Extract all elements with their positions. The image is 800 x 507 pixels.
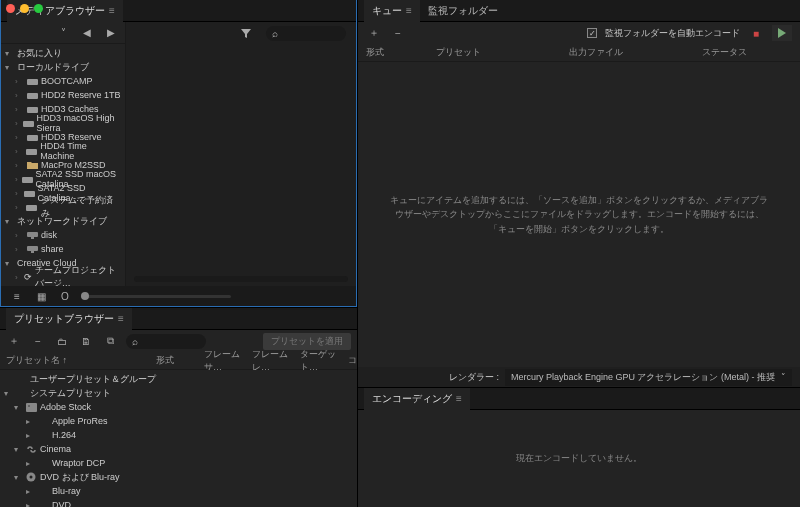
- start-queue-button[interactable]: [772, 25, 792, 41]
- drive-icon: [25, 91, 39, 100]
- queue-column-headers: 形式 プリセット 出力ファイル ステータス: [358, 44, 800, 62]
- preset-user-group[interactable]: ユーザープリセット＆グループ: [0, 372, 357, 386]
- nav-back-button[interactable]: ◀: [79, 25, 95, 41]
- tree-network-drives[interactable]: ▾ネットワークドライブ: [1, 214, 125, 228]
- renderer-value: Mercury Playback Engine GPU アクセラレーション (M…: [511, 371, 775, 384]
- svg-rect-4: [27, 135, 38, 141]
- media-search-input[interactable]: ⌕: [266, 26, 346, 41]
- queue-tabs: キュー ≡ 監視フォルダー: [358, 0, 800, 22]
- svg-rect-11: [27, 246, 38, 251]
- dropdown-icon[interactable]: ˅: [55, 25, 71, 41]
- delete-preset-button[interactable]: −: [30, 333, 46, 349]
- svg-rect-9: [27, 232, 38, 237]
- maximize-window-button[interactable]: [34, 4, 43, 13]
- encoding-status-area: 現在エンコードしていません。: [358, 410, 800, 507]
- col-format[interactable]: 形式: [156, 354, 204, 367]
- panel-menu-icon[interactable]: ≡: [406, 5, 412, 16]
- tree-drive-item[interactable]: ›HDD4 Time Machine: [1, 144, 125, 158]
- tree-local-drives[interactable]: ▾ローカルドライブ: [1, 60, 125, 74]
- media-tree-toolbar: ˅ ◀ ▶: [1, 22, 125, 44]
- preset-category[interactable]: ▾Cinema: [0, 442, 357, 456]
- preset-category[interactable]: ▾DVD および Blu-ray: [0, 470, 357, 484]
- media-search-field[interactable]: [282, 28, 332, 38]
- svg-rect-13: [26, 403, 37, 412]
- panel-menu-icon[interactable]: ≡: [456, 393, 462, 404]
- svg-rect-10: [31, 237, 34, 239]
- media-browser-tabs: メディアブラウザー ≡: [1, 0, 356, 22]
- preset-item[interactable]: ▸Wraptor DCP: [0, 456, 357, 470]
- svg-rect-7: [24, 191, 35, 197]
- drive-icon: [25, 203, 39, 212]
- renderer-select[interactable]: Mercury Playback Engine GPU アクセラレーション (M…: [505, 369, 792, 386]
- tree-drive-item[interactable]: ›HDD3 macOS High Sierra: [1, 116, 125, 130]
- tree-network-item[interactable]: ›disk: [1, 228, 125, 242]
- panel-menu-icon[interactable]: ≡: [118, 313, 124, 324]
- preset-search-field[interactable]: [142, 336, 192, 346]
- preset-item[interactable]: ▸H.264: [0, 428, 357, 442]
- drive-icon: [25, 77, 39, 86]
- minimize-window-button[interactable]: [20, 4, 29, 13]
- tree-drive-item[interactable]: ›BOOTCAMP: [1, 74, 125, 88]
- tab-label: キュー: [372, 4, 402, 18]
- svg-rect-3: [23, 121, 34, 127]
- link-icon: [24, 445, 38, 454]
- preset-system-group[interactable]: ▾システムプリセット: [0, 386, 357, 400]
- encoding-tabs: エンコーディング ≡: [358, 388, 800, 410]
- svg-rect-12: [31, 251, 34, 253]
- media-browser-tree: ˅ ◀ ▶ ▾お気に入り▾ローカルドライブ›BOOTCAMP›HDD2 Rese…: [1, 22, 126, 286]
- col-preset[interactable]: プリセット: [436, 46, 569, 59]
- auto-encode-label: 監視フォルダーを自動エンコード: [605, 27, 740, 40]
- add-source-button[interactable]: ＋: [366, 25, 382, 41]
- remove-source-button[interactable]: −: [390, 25, 406, 41]
- new-folder-button[interactable]: 🗀: [54, 333, 70, 349]
- col-output[interactable]: 出力ファイル: [569, 46, 702, 59]
- auto-encode-checkbox[interactable]: ✓: [587, 28, 597, 38]
- chevron-down-icon: ˅: [781, 372, 786, 382]
- close-window-button[interactable]: [6, 4, 15, 13]
- preset-item[interactable]: ▸DVD: [0, 498, 357, 507]
- search-icon: ⌕: [272, 28, 278, 39]
- panel-menu-icon[interactable]: ≡: [109, 5, 115, 16]
- preset-browser-tabs: プリセットブラウザー ≡: [0, 308, 357, 330]
- grid-view-icon[interactable]: ▦: [33, 288, 49, 304]
- search-icon: ⌕: [132, 336, 138, 347]
- tree-network-item[interactable]: ›share: [1, 242, 125, 256]
- nav-forward-button[interactable]: ▶: [103, 25, 119, 41]
- tab-watch-folder[interactable]: 監視フォルダー: [420, 0, 506, 22]
- tree-team-projects[interactable]: ›⟳チームプロジェクトバージ…: [1, 270, 125, 284]
- renderer-bar: レンダラー : Mercury Playback Engine GPU アクセラ…: [358, 367, 800, 387]
- preset-browser-panel: プリセットブラウザー ≡ ＋ − 🗀 🗎 ⧉ ⌕ プリセットを適用 プリセット名…: [0, 307, 357, 507]
- drive-icon: [25, 133, 39, 142]
- list-view-icon[interactable]: ≡: [9, 288, 25, 304]
- tab-encoding[interactable]: エンコーディング ≡: [364, 388, 470, 410]
- tab-label: 監視フォルダー: [428, 4, 498, 18]
- svg-point-14: [28, 405, 30, 407]
- tree-drive-item[interactable]: ›システムで予約済み: [1, 200, 125, 214]
- duplicate-preset-button[interactable]: ⧉: [102, 333, 118, 349]
- preset-settings-button[interactable]: 🗎: [78, 333, 94, 349]
- stop-queue-button[interactable]: ■: [748, 25, 764, 41]
- drive-icon: [22, 175, 33, 184]
- horizontal-scrollbar[interactable]: [134, 276, 348, 282]
- preset-item[interactable]: ▸Apple ProRes: [0, 414, 357, 428]
- col-preset-name[interactable]: プリセット名 ↑: [6, 354, 156, 367]
- tab-preset-browser[interactable]: プリセットブラウザー ≡: [6, 308, 132, 330]
- queue-empty-message: キューにアイテムを追加するには、「ソースを追加」ボタンをクリックするか、メディア…: [389, 193, 769, 236]
- media-view-toolbar: ⌕: [126, 22, 356, 44]
- tab-queue[interactable]: キュー ≡: [364, 0, 420, 22]
- svg-rect-8: [26, 205, 37, 211]
- add-preset-button[interactable]: ＋: [6, 333, 22, 349]
- queue-drop-area[interactable]: キューにアイテムを追加するには、「ソースを追加」ボタンをクリックするか、メディア…: [358, 62, 800, 367]
- preset-search-input[interactable]: ⌕: [126, 334, 206, 349]
- preset-category[interactable]: ▾Adobe Stock: [0, 400, 357, 414]
- preset-item[interactable]: ▸Blu-ray: [0, 484, 357, 498]
- tree-drive-item[interactable]: ›HDD2 Reserve 1TB: [1, 88, 125, 102]
- preset-tree: ユーザープリセット＆グループ▾システムプリセット▾Adobe Stock▸App…: [0, 370, 357, 507]
- zoom-slider[interactable]: [81, 295, 231, 298]
- col-status[interactable]: ステータス: [702, 46, 792, 59]
- tree-favorites[interactable]: ▾お気に入り: [1, 46, 125, 60]
- media-browser-content: ⌕: [126, 22, 356, 286]
- drive-icon: [23, 119, 34, 128]
- col-format[interactable]: 形式: [366, 46, 436, 59]
- filter-icon[interactable]: [238, 25, 254, 41]
